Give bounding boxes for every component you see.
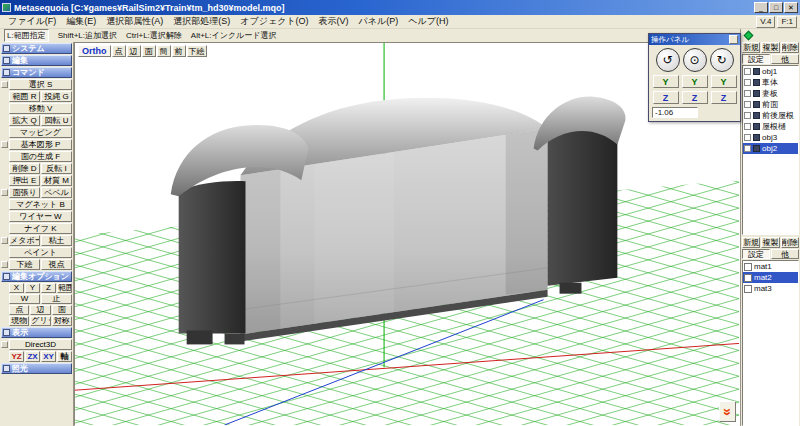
move-z-button-2[interactable]: Z xyxy=(682,91,708,104)
maximize-button[interactable]: □ xyxy=(769,2,783,13)
object-row-屋根樋[interactable]: 屋根樋 xyxy=(743,121,798,132)
close-button[interactable]: ✕ xyxy=(784,2,798,13)
command-metaball-button[interactable]: メタボール xyxy=(9,235,40,246)
group-handle[interactable] xyxy=(1,189,8,196)
plane-zx-button[interactable]: ZX xyxy=(25,351,40,362)
collapse-icon[interactable] xyxy=(3,57,10,64)
option-edge-mode-button[interactable]: 辺 xyxy=(30,305,50,315)
material-row-mat3[interactable]: mat3 xyxy=(743,283,798,294)
material-row-mat2[interactable]: mat2 xyxy=(743,272,798,283)
plane-yz-button[interactable]: YZ xyxy=(9,351,24,362)
visibility-icon[interactable] xyxy=(744,68,751,75)
rotate-cw-button[interactable]: ↻ xyxy=(710,48,734,72)
material-new-button[interactable]: 新規 xyxy=(742,237,760,248)
coordinate-value-field[interactable]: -1.06 xyxy=(652,107,698,118)
option-snap-grid-button[interactable]: グリッド xyxy=(30,316,50,326)
visibility-icon[interactable] xyxy=(744,134,751,141)
move-y-button-2[interactable]: Y xyxy=(682,75,708,88)
option-axis-y-button[interactable]: Y xyxy=(25,283,40,293)
plane-xy-button[interactable]: XY xyxy=(41,351,56,362)
material-row-mat1[interactable]: mat1 xyxy=(743,261,798,272)
minimize-button[interactable]: _ xyxy=(754,2,768,13)
object-row-前後屋根[interactable]: 前後屋根 xyxy=(743,110,798,121)
command-magnet-button[interactable]: マグネット B xyxy=(9,199,72,210)
visibility-icon[interactable] xyxy=(744,79,751,86)
option-symmetry-button[interactable]: 対称 xyxy=(52,316,72,326)
panel-header-lighting[interactable]: 照光 xyxy=(1,363,72,374)
object-tab-other[interactable]: 他 xyxy=(771,54,799,64)
view-mode-dropdown[interactable]: Ortho xyxy=(78,45,111,57)
underlay-display-button[interactable]: 下絵 xyxy=(187,45,207,57)
collapse-icon[interactable] xyxy=(3,273,10,280)
object-duplicate-button[interactable]: 複製 xyxy=(761,42,779,53)
rotate-ccw-button[interactable]: ↺ xyxy=(656,48,680,72)
menu-help[interactable]: ヘルプ(H) xyxy=(403,15,453,28)
command-create-face-button[interactable]: 面の生成 F xyxy=(9,151,72,162)
panel-header-command[interactable]: コマンド xyxy=(1,67,72,78)
group-handle[interactable] xyxy=(1,341,8,348)
command-invert-button[interactable]: 反転 I xyxy=(41,163,72,174)
command-move-button[interactable]: 移動 V xyxy=(9,103,72,114)
object-delete-button[interactable]: 削除 xyxy=(781,42,799,53)
panel-header-edit-options[interactable]: 編集オプション xyxy=(1,271,72,282)
collapse-icon[interactable] xyxy=(3,365,10,372)
direct3d-button[interactable]: Direct3D xyxy=(9,339,72,350)
front-display-button[interactable]: 前 xyxy=(172,45,186,57)
edge-display-button[interactable]: 辺 xyxy=(127,45,141,57)
visibility-icon[interactable] xyxy=(744,123,751,130)
command-rotate-button[interactable]: 回転 U xyxy=(41,115,72,126)
material-list[interactable]: mat1mat2mat3 xyxy=(742,260,799,426)
group-handle[interactable] xyxy=(1,141,8,148)
option-point-mode-button[interactable]: 点 xyxy=(9,305,29,315)
panel-header-edit[interactable]: 編集 xyxy=(1,55,72,66)
group-handle[interactable] xyxy=(1,81,8,88)
panel-scroll-button[interactable]: » xyxy=(719,401,736,422)
option-stop-button[interactable]: 止 xyxy=(41,294,72,304)
object-row-車体[interactable]: 車体 xyxy=(743,77,798,88)
operation-panel[interactable]: 操作パネル ↺⊙↻ YYYZZZ -1.06 xyxy=(648,33,741,122)
object-row-前面[interactable]: 前面 xyxy=(743,99,798,110)
command-range-button[interactable]: 範囲 R xyxy=(9,91,40,102)
move-z-button-1[interactable]: Z xyxy=(653,91,679,104)
viewport-3d[interactable]: Ortho 点辺面簡前下絵 xyxy=(74,42,740,426)
option-world-button[interactable]: W xyxy=(9,294,40,304)
command-knife-button[interactable]: ナイフ K xyxy=(9,223,72,234)
object-tab-settings[interactable]: 設定 xyxy=(742,54,770,64)
panel-header-display[interactable]: 表示 xyxy=(1,327,72,338)
object-row-妻板[interactable]: 妻板 xyxy=(743,88,798,99)
menu-panel[interactable]: パネル(P) xyxy=(354,15,404,28)
material-tab-settings[interactable]: 設定 xyxy=(742,249,770,259)
command-viewpoint-button[interactable]: 視点 xyxy=(41,259,72,270)
point-display-button[interactable]: 点 xyxy=(112,45,126,57)
command-select-button[interactable]: 選択 S xyxy=(9,79,72,90)
option-axis-z-button[interactable]: Z xyxy=(41,283,56,293)
command-bevel-button[interactable]: ベベル xyxy=(41,187,72,198)
command-extrude-button[interactable]: 押出 E xyxy=(9,175,40,186)
menu-selection-proc[interactable]: 選択部処理(S) xyxy=(168,15,235,28)
option-axis-x-button[interactable]: X xyxy=(9,283,24,293)
visibility-icon[interactable] xyxy=(744,112,751,119)
option-range-mode-button[interactable]: 範囲 xyxy=(57,283,72,293)
command-material-cmd-button[interactable]: 材質 M xyxy=(41,175,72,186)
menu-selection-attr[interactable]: 選択部属性(A) xyxy=(101,15,168,28)
command-lasso-button[interactable]: 投縄 G xyxy=(41,91,72,102)
move-y-button-3[interactable]: Y xyxy=(711,75,737,88)
collapse-icon[interactable] xyxy=(3,69,10,76)
object-row-obj2[interactable]: obj2 xyxy=(743,143,798,154)
material-tab-other[interactable]: 他 xyxy=(771,249,799,259)
object-row-obj3[interactable]: obj3 xyxy=(743,132,798,143)
face-display-button[interactable]: 面 xyxy=(142,45,156,57)
command-wire-button[interactable]: ワイヤー W xyxy=(9,211,72,222)
material-duplicate-button[interactable]: 複製 xyxy=(761,237,779,248)
visibility-icon[interactable] xyxy=(744,101,751,108)
train-car-model[interactable] xyxy=(171,97,626,345)
command-underlay-button[interactable]: 下絵 xyxy=(9,259,40,270)
menu-file[interactable]: ファイル(F) xyxy=(3,15,61,28)
object-row-obj1[interactable]: obj1 xyxy=(743,66,798,77)
option-face-mode-button[interactable]: 面 xyxy=(52,305,72,315)
panel-menu-icon[interactable] xyxy=(729,35,738,44)
command-clay-button[interactable]: 粘土 xyxy=(41,235,72,246)
group-handle[interactable] xyxy=(1,237,8,244)
menu-view[interactable]: 表示(V) xyxy=(314,15,354,28)
object-list[interactable]: obj1車体妻板前面前後屋根屋根樋obj3obj2 xyxy=(742,65,799,235)
